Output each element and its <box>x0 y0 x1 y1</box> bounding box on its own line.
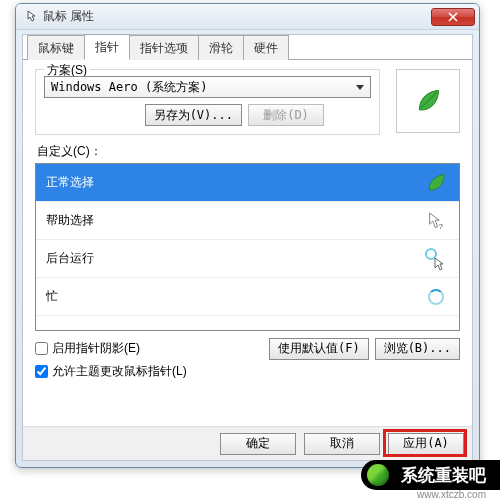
scheme-group: 方案(S) Windows Aero (系统方案) 另存为(V)... 删除(D… <box>35 69 380 135</box>
busy-cursor-icon <box>423 284 449 310</box>
customize-label: 自定义(C)： <box>37 143 460 160</box>
leaf-icon <box>423 170 449 196</box>
ok-button[interactable]: 确定 <box>220 433 296 455</box>
dialog-footer: 确定 取消 应用(A) <box>23 426 472 460</box>
shadow-check-input[interactable] <box>35 342 48 355</box>
list-item[interactable]: 后台运行 <box>36 240 459 278</box>
shadow-check-label: 启用指针阴影(E) <box>52 340 140 357</box>
tab-hardware[interactable]: 硬件 <box>243 35 289 60</box>
svg-text:?: ? <box>438 222 443 231</box>
watermark-logo-icon <box>367 464 389 486</box>
tab-pointers[interactable]: 指针 <box>84 34 130 60</box>
delete-scheme-button: 删除(D) <box>248 104 324 126</box>
browse-button[interactable]: 浏览(B)... <box>375 338 460 360</box>
cancel-button[interactable]: 取消 <box>304 433 380 455</box>
tabstrip: 鼠标键 指针 指针选项 滑轮 硬件 <box>23 35 472 60</box>
close-icon <box>448 12 458 22</box>
titlebar[interactable]: 鼠标 属性 <box>16 4 479 30</box>
watermark: 系统重装吧 <box>361 460 500 490</box>
scheme-combobox[interactable]: Windows Aero (系统方案) <box>44 76 371 98</box>
cursor-name: 正常选择 <box>46 174 94 191</box>
tab-page-pointers: 方案(S) Windows Aero (系统方案) 另存为(V)... 删除(D… <box>27 63 468 426</box>
dialog-window: 鼠标 属性 鼠标键 指针 指针选项 滑轮 硬件 方案(S) Windows Ae… <box>15 3 480 468</box>
list-item[interactable]: 帮助选择 ? <box>36 202 459 240</box>
watermark-text: 系统重装吧 <box>401 464 486 487</box>
cursor-name: 帮助选择 <box>46 212 94 229</box>
mouse-icon <box>22 9 38 25</box>
tab-pointer-options[interactable]: 指针选项 <box>129 35 199 60</box>
window-title: 鼠标 属性 <box>43 8 431 25</box>
theme-check-input[interactable] <box>35 365 48 378</box>
tab-buttons[interactable]: 鼠标键 <box>27 35 85 60</box>
watermark-url: www.xtczb.com <box>417 489 486 500</box>
list-item[interactable]: 正常选择 <box>36 164 459 202</box>
help-cursor-icon: ? <box>423 208 449 234</box>
use-defaults-button[interactable]: 使用默认值(F) <box>269 338 369 360</box>
client-area: 鼠标键 指针 指针选项 滑轮 硬件 方案(S) Windows Aero (系统… <box>22 34 473 461</box>
list-item[interactable]: 忙 <box>36 278 459 316</box>
theme-check-label: 允许主题更改鼠标指针(L) <box>52 363 187 380</box>
leaf-icon <box>414 87 442 115</box>
save-as-button[interactable]: 另存为(V)... <box>145 104 242 126</box>
apply-button[interactable]: 应用(A) <box>388 433 464 455</box>
cursor-name: 后台运行 <box>46 250 94 267</box>
tab-wheel[interactable]: 滑轮 <box>198 35 244 60</box>
cursor-name: 忙 <box>46 288 58 305</box>
close-button[interactable] <box>431 8 475 26</box>
allow-theme-checkbox[interactable]: 允许主题更改鼠标指针(L) <box>35 363 460 380</box>
enable-shadow-checkbox[interactable]: 启用指针阴影(E) <box>35 340 140 357</box>
working-cursor-icon <box>423 246 449 272</box>
cursor-listbox[interactable]: 正常选择 帮助选择 ? 后台运行 <box>35 163 460 331</box>
cursor-preview <box>396 69 460 133</box>
list-item-partial[interactable] <box>36 316 459 331</box>
scheme-selected-value: Windows Aero (系统方案) <box>51 79 207 96</box>
